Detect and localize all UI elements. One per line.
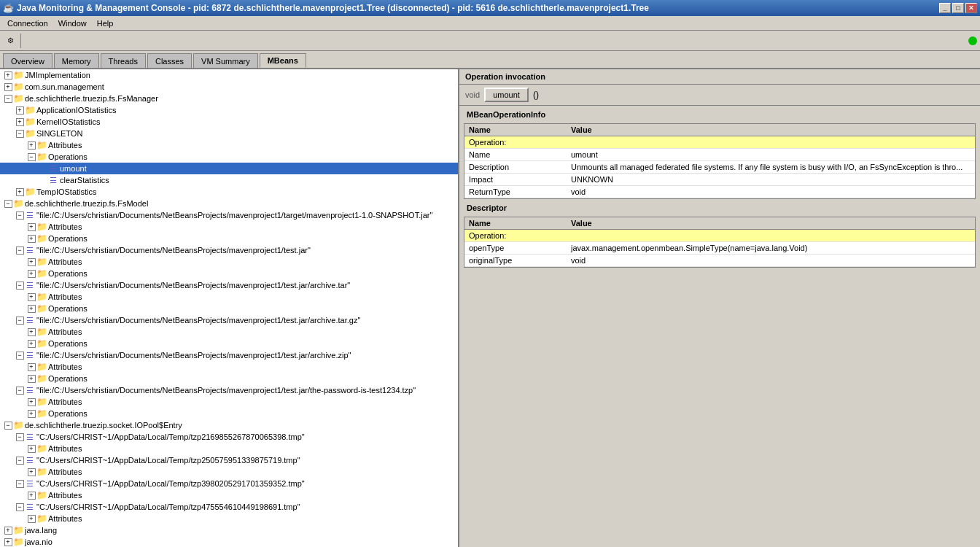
menu-window[interactable]: Window — [54, 18, 91, 29]
row-name: openType — [464, 242, 567, 255]
tree-item-label: "C:/Users/CHRIST~1/AppData/Local/Temp/tz… — [36, 479, 305, 488]
tree-toggle-icon[interactable]: + — [26, 257, 36, 267]
tree-item[interactable]: +📁Attributes — [0, 139, 458, 151]
tree-item[interactable]: +📁Attributes — [0, 396, 458, 408]
tree-item[interactable]: +📁Operations — [0, 408, 458, 419]
tree-toggle-icon[interactable]: + — [3, 70, 13, 80]
tree-toggle-icon[interactable]: − — [15, 432, 25, 442]
menu-connection[interactable]: Connection — [3, 18, 52, 29]
tree-item[interactable]: −☰"file:/C:/Users/christian/Documents/Ne… — [0, 244, 458, 256]
tree-item[interactable]: +📁Attributes — [0, 291, 458, 303]
tree-item[interactable]: +📁Operations — [0, 338, 458, 349]
tree-item[interactable]: +📁Attributes — [0, 466, 458, 478]
tree-toggle-icon[interactable]: + — [26, 408, 36, 419]
tree-toggle-icon[interactable]: − — [15, 210, 25, 220]
tree-item[interactable]: ☰umount — [0, 163, 458, 174]
menu-help[interactable]: Help — [93, 18, 118, 29]
tree-item[interactable]: −📁de.schlichtherle.truezip.socket.IOPool… — [0, 419, 458, 431]
tab-memory[interactable]: Memory — [54, 53, 99, 68]
tree-toggle-icon[interactable]: − — [15, 385, 25, 395]
tree-item[interactable]: −📁Operations — [0, 151, 458, 163]
mbean-op-info-table: Name Value Operation:NameumountDescripti… — [464, 123, 976, 199]
tree-toggle-icon[interactable]: − — [15, 350, 25, 360]
tree-toggle-icon[interactable]: − — [15, 315, 25, 325]
tab-threads[interactable]: Threads — [101, 53, 146, 68]
tree-item[interactable]: +📁Attributes — [0, 513, 458, 524]
tree-item[interactable]: +📁java.nio — [0, 536, 458, 547]
tree-item[interactable]: +📁Attributes — [0, 489, 458, 501]
tree-toggle-icon[interactable]: − — [15, 455, 25, 465]
close-button[interactable]: ✕ — [965, 3, 977, 13]
tree-item[interactable]: −📁de.schlichtherle.truezip.fs.FsModel — [0, 198, 458, 209]
tree-toggle-icon[interactable]: + — [3, 525, 13, 535]
tab-overview[interactable]: Overview — [3, 53, 52, 68]
tree-toggle-icon[interactable]: + — [26, 443, 36, 454]
tree-item[interactable]: +📁Attributes — [0, 361, 458, 373]
tree-item[interactable]: −☰"C:/Users/CHRIST~1/AppData/Local/Temp/… — [0, 501, 458, 513]
tree-item[interactable]: +📁Operations — [0, 303, 458, 314]
tree-toggle-icon[interactable] — [38, 175, 48, 185]
tree-item[interactable]: −☰"file:/C:/Users/christian/Documents/Ne… — [0, 279, 458, 291]
tree-toggle-icon[interactable]: + — [26, 490, 36, 500]
restore-button[interactable]: □ — [952, 3, 964, 13]
minimize-button[interactable]: _ — [939, 3, 951, 13]
tree-toggle-icon[interactable]: + — [26, 303, 36, 314]
tree-item[interactable]: −☰"file:/C:/Users/christian/Documents/Ne… — [0, 209, 458, 221]
tree-item[interactable]: +📁Operations — [0, 373, 458, 384]
tree-item[interactable]: −📁de.schlichtherle.truezip.fs.FsManager — [0, 93, 458, 104]
tree-item[interactable]: +📁Attributes — [0, 256, 458, 268]
tree-item[interactable]: +📁Attributes — [0, 326, 458, 338]
tree-toggle-icon[interactable]: − — [15, 280, 25, 290]
tree-toggle-icon[interactable]: + — [26, 467, 36, 477]
tree-toggle-icon[interactable]: − — [3, 93, 13, 104]
tree-toggle-icon[interactable]: + — [15, 187, 25, 197]
umount-button[interactable]: umount — [484, 88, 529, 102]
tree-toggle-icon[interactable]: + — [15, 117, 25, 127]
tree-toggle-icon[interactable]: − — [15, 128, 25, 139]
tree-toggle-icon[interactable]: + — [26, 292, 36, 302]
tree-item[interactable]: +📁java.lang — [0, 524, 458, 536]
tree-toggle-icon[interactable] — [38, 163, 48, 174]
tree-toggle-icon[interactable]: − — [3, 198, 13, 209]
tree-toggle-icon[interactable]: + — [26, 268, 36, 279]
tree-item[interactable]: +📁KernelIOStatistics — [0, 116, 458, 128]
tab-vm-summary[interactable]: VM Summary — [193, 53, 258, 68]
tree-item[interactable]: −☰"C:/Users/CHRIST~1/AppData/Local/Temp/… — [0, 454, 458, 466]
tree-item[interactable]: +📁Operations — [0, 233, 458, 244]
tree-item[interactable]: −☰"file:/C:/Users/christian/Documents/Ne… — [0, 349, 458, 361]
tab-classes[interactable]: Classes — [147, 53, 192, 68]
tree-toggle-icon[interactable]: + — [26, 362, 36, 372]
tree-toggle-icon[interactable]: + — [26, 338, 36, 349]
tree-toggle-icon[interactable]: − — [3, 420, 13, 430]
tree-item[interactable]: +📁com.sun.management — [0, 81, 458, 93]
tree-toggle-icon[interactable]: − — [26, 152, 36, 162]
tree-toggle-icon[interactable]: + — [26, 233, 36, 244]
tree-item[interactable]: −📁SINGLETON — [0, 128, 458, 139]
tree-toggle-icon[interactable]: + — [15, 105, 25, 115]
tree-toggle-icon[interactable]: + — [26, 513, 36, 524]
tree-toggle-icon[interactable]: + — [26, 140, 36, 150]
tree-scroll[interactable]: +📁JMImplementation+📁com.sun.management−📁… — [0, 69, 458, 547]
tree-item[interactable]: ☰clearStatistics — [0, 174, 458, 186]
tree-toggle-icon[interactable]: + — [26, 397, 36, 407]
tree-item-label: Operations — [48, 234, 88, 243]
tree-toggle-icon[interactable]: − — [15, 478, 25, 489]
tree-item[interactable]: −☰"file:/C:/Users/christian/Documents/Ne… — [0, 314, 458, 326]
tree-toggle-icon[interactable]: − — [15, 502, 25, 512]
tree-item[interactable]: +📁TempIOStatistics — [0, 186, 458, 198]
tree-item[interactable]: +📁Attributes — [0, 443, 458, 454]
tree-toggle-icon[interactable]: + — [26, 327, 36, 337]
tree-toggle-icon[interactable]: + — [26, 373, 36, 384]
tree-item[interactable]: +📁ApplicationIOStatistics — [0, 104, 458, 116]
tree-toggle-icon[interactable]: + — [3, 82, 13, 92]
tree-item[interactable]: +📁JMImplementation — [0, 69, 458, 81]
tree-toggle-icon[interactable]: + — [3, 537, 13, 547]
tree-item[interactable]: +📁Attributes — [0, 221, 458, 233]
tree-item[interactable]: −☰"file:/C:/Users/christian/Documents/Ne… — [0, 384, 458, 396]
tree-item[interactable]: +📁Operations — [0, 268, 458, 279]
tab-mbeans[interactable]: MBeans — [260, 53, 306, 68]
tree-toggle-icon[interactable]: − — [15, 245, 25, 255]
tree-toggle-icon[interactable]: + — [26, 222, 36, 232]
tree-item[interactable]: −☰"C:/Users/CHRIST~1/AppData/Local/Temp/… — [0, 478, 458, 489]
tree-item[interactable]: −☰"C:/Users/CHRIST~1/AppData/Local/Temp/… — [0, 431, 458, 443]
